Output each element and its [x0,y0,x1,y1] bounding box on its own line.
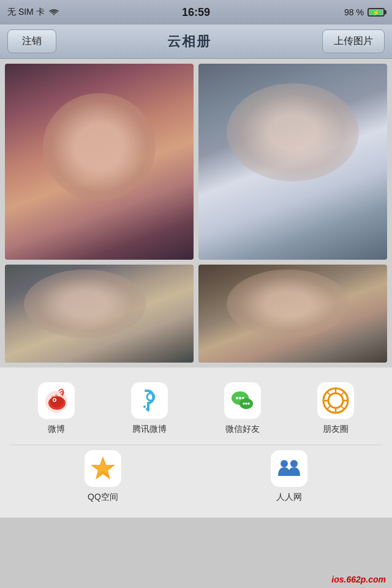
time-display: 16:59 [182,6,210,19]
nav-bar: 注销 云相册 上传图片 [0,24,392,59]
svg-line-26 [327,392,331,396]
wechat-icon [224,382,261,419]
share-row-2: QQ空间 人人网 [0,445,392,513]
renren-label: 人人网 [276,492,302,503]
page-title: 云相册 [167,32,211,51]
share-renren[interactable]: 人人网 [265,450,314,503]
svg-point-7 [59,396,61,398]
svg-point-14 [239,397,241,399]
photo-grid [0,59,392,368]
qq-zone-icon [85,450,121,487]
svg-point-32 [281,460,288,467]
share-qq-zone[interactable]: QQ空间 [78,450,127,503]
svg-point-18 [245,402,247,405]
weibo-icon [38,382,75,419]
wifi-icon [48,8,59,17]
svg-line-28 [341,392,344,396]
photo-item-2[interactable] [198,64,387,260]
tencent-weibo-icon [131,382,168,419]
share-wechat-friends[interactable]: 微信好友 [218,382,267,435]
weibo-label: 微博 [48,424,65,435]
svg-line-29 [327,405,331,409]
wechat-label: 微信好友 [225,424,260,435]
status-left: 无 SIM 卡 [7,7,59,18]
tencent-weibo-label: 腾讯微博 [132,424,167,435]
share-tencent-weibo[interactable]: 腾讯微博 [125,382,174,435]
share-weibo[interactable]: 微博 [32,382,81,435]
share-pengyou-circle[interactable]: 朋友圈 [311,382,360,435]
svg-point-11 [146,408,148,410]
svg-line-27 [341,405,344,409]
svg-point-4 [54,399,56,401]
photo-item-4[interactable] [198,265,387,363]
carrier-text: 无 SIM 卡 [7,7,45,18]
qq-zone-label: QQ空间 [88,492,118,503]
photo-item-1[interactable] [5,64,194,260]
svg-point-10 [143,405,146,408]
share-row-1: 微博 腾讯微博 [0,377,392,445]
pengyou-label: 朋友圈 [323,424,349,435]
svg-point-17 [243,402,245,405]
svg-point-19 [247,402,250,405]
watermark: ios.662p.com [331,575,386,584]
photo-item-3[interactable] [5,265,194,363]
share-section: 微博 腾讯微博 [0,368,392,518]
svg-point-5 [51,396,54,398]
renren-icon [271,450,307,487]
svg-point-33 [290,460,298,467]
svg-point-6 [55,394,58,398]
battery-icon: ⚡ [368,8,385,17]
status-right: 98 % ⚡ [344,7,385,17]
status-bar: 无 SIM 卡 16:59 98 % ⚡ [0,0,392,24]
cancel-button[interactable]: 注销 [7,29,56,53]
svg-point-13 [236,397,238,399]
pengyou-circle-icon [317,382,354,419]
upload-button[interactable]: 上传图片 [322,29,385,53]
battery-percent: 98 % [344,7,364,17]
